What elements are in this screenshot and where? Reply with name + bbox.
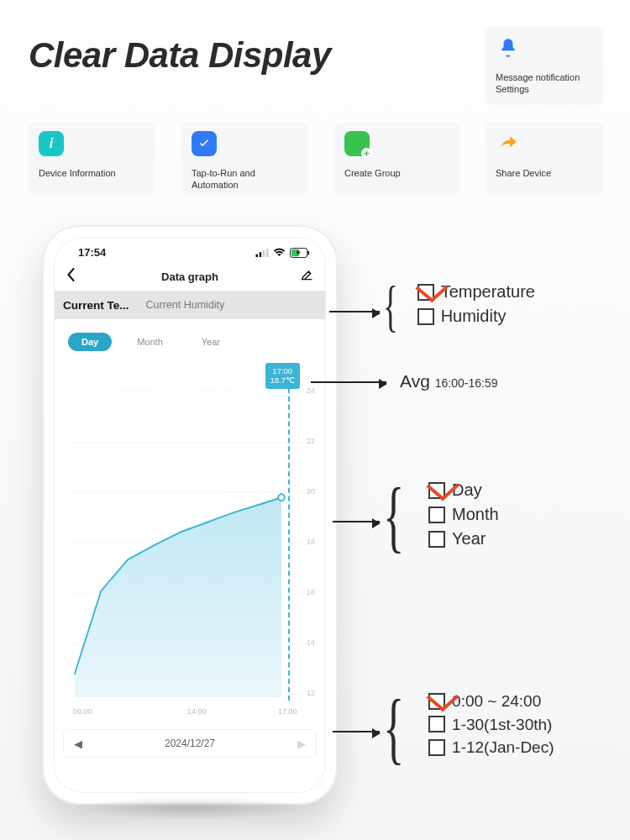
avg-range: 16:00-16:59 [435, 376, 498, 390]
back-button[interactable] [66, 268, 76, 286]
annotation-arrow [311, 381, 386, 383]
checkbox-icon [428, 693, 445, 710]
xtick: 09:00 [73, 707, 92, 716]
date-next-button[interactable]: ▶ [297, 738, 306, 750]
check-days: 1-30(1st-30th) [428, 714, 554, 736]
svg-rect-4 [266, 249, 269, 257]
check-hours: 0:00 ~ 24:00 [428, 690, 554, 712]
check-humidity: Humidity [417, 305, 535, 328]
check-temperature: Temperature [417, 281, 535, 303]
check-label: Temperature [441, 281, 535, 303]
tile-automation[interactable]: Tap-to-Run and Automation [181, 123, 307, 195]
check-year: Year [428, 528, 499, 550]
date-prev-button[interactable]: ◀ [74, 738, 82, 750]
chart-highlight-line [288, 388, 290, 701]
tooltip-time: 17:00 [270, 366, 296, 375]
tile-label: Share Device [496, 168, 593, 180]
tile-label: Device Information [39, 168, 144, 180]
wifi-icon [273, 248, 286, 257]
chart-svg [70, 371, 305, 707]
tab-current-humidity[interactable]: Current Humidity [138, 291, 234, 319]
check-label: Month [452, 503, 499, 526]
tile-label: Message notification Settings [496, 72, 593, 96]
checkbox-icon [428, 716, 445, 732]
edit-button[interactable] [300, 268, 313, 285]
tile-label: Create Group [344, 168, 450, 180]
check-label: Day [452, 479, 482, 501]
range-selector: Day Month Year [55, 319, 325, 356]
ytick: 18 [307, 538, 315, 546]
status-indicators [255, 248, 310, 258]
info-icon: i [39, 131, 64, 156]
phone-screen: 17:54 Data graph Current Te... Current H… [54, 237, 326, 793]
annotation-arrow [333, 521, 380, 522]
ytick: 24 [307, 386, 315, 395]
tile-share-device[interactable]: Share Device [486, 123, 603, 195]
ytick: 12 [307, 689, 315, 697]
group-add-icon: + [344, 131, 370, 156]
ytick: 22 [307, 437, 315, 445]
tile-label: Tap-to-Run and Automation [192, 168, 297, 192]
check-month: Month [428, 503, 499, 526]
annotation-avg: Avg 16:00-16:59 [400, 371, 498, 391]
date-navigator: ◀ 2024/12/27 ▶ [63, 729, 317, 758]
checkbox-icon [428, 482, 445, 499]
range-month[interactable]: Month [123, 333, 176, 351]
check-badge-icon [192, 131, 217, 156]
ytick: 20 [307, 487, 315, 496]
range-year[interactable]: Year [188, 333, 234, 351]
share-arrow-icon [496, 131, 521, 156]
date-label: 2024/12/27 [165, 738, 215, 749]
page-title: Data graph [161, 270, 218, 283]
nav-bar: Data graph [55, 262, 325, 291]
range-day[interactable]: Day [68, 333, 112, 351]
ytick: 16 [307, 588, 315, 596]
phone-mockup: 17:54 Data graph Current Te... Current H… [42, 225, 338, 805]
check-months: 1-12(Jan-Dec) [428, 737, 554, 759]
tab-current-temperature[interactable]: Current Te... [55, 291, 138, 319]
svg-rect-3 [263, 249, 265, 256]
check-label: 1-12(Jan-Dec) [452, 737, 554, 759]
svg-rect-6 [307, 250, 309, 255]
chart-tooltip: 17:00 18.7℃ [265, 363, 301, 389]
tooltip-value: 18.7℃ [270, 375, 296, 385]
status-bar: 17:54 [55, 238, 325, 262]
signal-icon [255, 249, 269, 257]
checkbox-icon [428, 739, 445, 756]
tile-device-information[interactable]: i Device Information [29, 123, 155, 195]
tile-create-group[interactable]: + Create Group [334, 123, 460, 195]
svg-rect-2 [260, 252, 262, 257]
annotation-arrow [329, 311, 380, 312]
svg-point-8 [278, 494, 284, 501]
metric-tabs: Current Te... Current Humidity [55, 291, 325, 319]
checkbox-icon [417, 284, 434, 301]
checkbox-icon [428, 507, 445, 523]
xtick: 14:00 [187, 707, 207, 716]
svg-rect-1 [256, 254, 259, 256]
bell-icon [496, 35, 521, 60]
check-day: Day [428, 479, 499, 501]
check-label: 0:00 ~ 24:00 [452, 690, 541, 712]
temperature-chart[interactable]: 24 22 20 18 16 14 12 09:00 14:00 17:00 1… [61, 363, 318, 721]
check-label: Humidity [441, 305, 507, 328]
status-time: 17:54 [78, 246, 106, 259]
checkbox-icon [428, 531, 445, 548]
check-label: Year [452, 528, 486, 550]
annotation-metric: { Temperature Humidity [383, 281, 535, 332]
xtick: 17:00 [278, 707, 297, 716]
hero-title: Clear Data Display [29, 35, 331, 76]
annotation-axis: { 0:00 ~ 24:00 1-30(1st-30th) 1-12(Jan-D… [383, 690, 554, 764]
ytick: 14 [307, 638, 315, 647]
annotation-arrow [333, 731, 380, 732]
battery-charging-icon [290, 248, 310, 258]
check-label: 1-30(1st-30th) [452, 714, 552, 736]
tile-message-notification[interactable]: Message notification Settings [486, 27, 603, 104]
annotation-range: { Day Month Year [383, 479, 499, 553]
avg-label: Avg [400, 371, 430, 391]
checkbox-icon [417, 308, 434, 325]
